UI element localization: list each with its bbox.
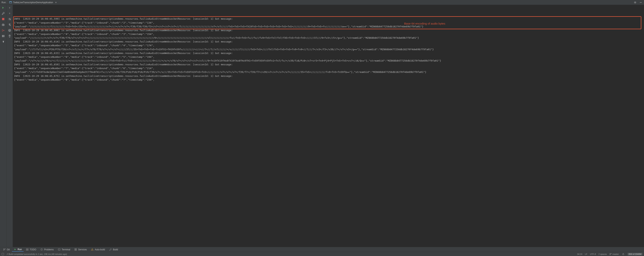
console-line: "payload":"//7/fv7//v3+/P39/P79/f39/v7+/… — [14, 48, 643, 51]
bottom-tab-problems[interactable]: Problems — [38, 248, 56, 252]
bottom-tab-label: Run — [18, 248, 22, 251]
stop-icon[interactable] — [2, 17, 5, 21]
console-line: "payload":"/v7+/v///v79/v/+//7///////+/v… — [14, 59, 643, 63]
arrow-up-icon[interactable] — [8, 6, 11, 10]
run-configuration-tab-title: TwilioLiveTranscriptionDemoApplication — [13, 1, 53, 4]
minimize-icon[interactable] — [639, 1, 642, 4]
svg-rect-24 — [2, 253, 4, 255]
console-line: "payload":"//////////////7/////////fn5+f… — [14, 25, 643, 28]
run-actions-gutter — [0, 5, 6, 247]
checkbox-icon[interactable] — [2, 253, 4, 256]
bottom-tab-git[interactable]: Git — [1, 248, 12, 252]
problems-icon — [40, 248, 43, 251]
git-branch-icon — [3, 248, 6, 251]
caret-position[interactable]: 34:19 — [577, 253, 582, 255]
svg-rect-6 — [3, 24, 4, 24]
print-icon[interactable] — [8, 29, 11, 32]
arrow-down-icon[interactable] — [8, 12, 11, 15]
console-line: {"event":"media","sequenceNumber":"3","m… — [14, 21, 643, 25]
exit-icon[interactable] — [2, 29, 5, 32]
scroll-to-end-icon[interactable] — [8, 23, 11, 26]
svg-point-27 — [610, 254, 610, 255]
build-icon — [109, 248, 112, 251]
camera-icon[interactable] — [2, 23, 5, 26]
auto-build-icon — [91, 248, 94, 251]
trash-icon[interactable] — [8, 34, 11, 38]
svg-rect-20 — [75, 249, 76, 250]
console-line: "payload":"//////////+/v7+/v7+/f39/f79/v… — [14, 36, 643, 40]
bottom-tab-label: Git — [7, 248, 10, 251]
console-line: {"event":"media","sequenceNumber":"7","m… — [14, 66, 643, 70]
bottom-tab-build[interactable]: Build — [107, 248, 120, 252]
console-line: INFO [2023-10-29 16:08:45,606] io.sethma… — [14, 28, 643, 32]
git-branch-widget[interactable]: master — [610, 253, 619, 255]
wrench-icon[interactable] — [2, 12, 5, 15]
console-line: {"event":"media","sequenceNumber":"5","m… — [14, 44, 643, 48]
bottom-tab-terminal[interactable]: Terminal — [56, 248, 72, 252]
svg-rect-11 — [9, 29, 10, 30]
console-line: INFO [2023-10-29 16:08:45,633] io.sethma… — [14, 51, 643, 55]
svg-rect-9 — [2, 36, 3, 37]
svg-rect-23 — [76, 250, 77, 250]
svg-point-16 — [4, 250, 4, 250]
line-separator[interactable]: LF — [585, 253, 587, 255]
run-tool-window-body: INFO [2023-10-29 16:08:45,599] io.sethma… — [0, 5, 644, 247]
console-line: INFO [2023-10-29 16:08:45,599] io.sethma… — [14, 17, 643, 21]
build-status-message: // Build completed successfully in 1 sec… — [7, 253, 67, 255]
services-icon — [74, 248, 77, 251]
svg-rect-7 — [2, 35, 3, 36]
run-tool-window-header: Run: TwilioLiveTranscriptionDemoApplicat… — [0, 0, 644, 5]
tool-window-right-actions — [634, 1, 642, 4]
indent-setting[interactable]: 2 spaces — [598, 253, 607, 255]
svg-point-5 — [3, 24, 4, 25]
bottom-tab-label: Services — [78, 248, 87, 251]
terminal-icon — [58, 248, 60, 251]
close-tab-icon[interactable]: × — [54, 1, 58, 4]
git-branch-icon — [610, 253, 612, 255]
git-branch-name: master — [612, 253, 619, 255]
svg-rect-19 — [58, 249, 60, 250]
bottom-tab-label: TODO — [30, 248, 36, 251]
svg-rect-3 — [640, 2, 642, 3]
bottom-tab-todo[interactable]: TODO — [24, 248, 38, 252]
console-line: {"event":"media","sequenceNumber":"4","m… — [14, 32, 643, 36]
rerun-icon[interactable] — [2, 6, 5, 10]
svg-rect-8 — [4, 35, 4, 36]
play-icon — [14, 248, 16, 251]
console-line: "payload":"/v7/fn59fXx8e3p6enl5eXl4eHh4e… — [14, 70, 643, 74]
console-output[interactable]: INFO [2023-10-29 16:08:45,599] io.sethma… — [13, 5, 644, 247]
file-encoding[interactable]: UTF-8 — [590, 253, 596, 255]
bottom-tab-label: Terminal — [62, 248, 70, 251]
tool-window-bottom-tabs: GitRunTODOProblemsTerminalServicesAuto-b… — [0, 247, 644, 252]
bottom-tab-run[interactable]: Run — [12, 248, 24, 252]
bottom-tab-auto-build[interactable]: Auto-build — [89, 248, 107, 252]
svg-rect-22 — [75, 250, 76, 250]
svg-point-2 — [635, 2, 636, 3]
layout-icon[interactable] — [2, 34, 5, 38]
svg-point-26 — [611, 253, 612, 254]
pin-icon[interactable] — [1, 39, 6, 44]
soft-wrap-icon[interactable] — [8, 17, 11, 21]
gear-icon[interactable] — [634, 1, 637, 4]
console-line: INFO [2023-10-29 16:08:45,614] io.sethma… — [14, 40, 643, 44]
console-line: INFO [2023-10-29 16:08:45,650] io.sethma… — [14, 63, 643, 66]
svg-rect-10 — [4, 36, 4, 37]
svg-rect-21 — [76, 249, 77, 250]
svg-point-25 — [610, 253, 610, 254]
lock-icon[interactable] — [622, 252, 625, 256]
svg-point-15 — [5, 249, 5, 249]
bottom-tab-services[interactable]: Services — [72, 248, 89, 252]
console-actions-gutter — [6, 5, 13, 247]
application-icon — [9, 1, 12, 4]
memory-indicator[interactable]: 858 of 2048M — [628, 253, 642, 256]
svg-rect-1 — [10, 2, 12, 2]
todo-icon — [26, 248, 28, 251]
svg-point-14 — [4, 249, 4, 249]
run-configuration-tab[interactable]: TwilioLiveTranscriptionDemoApplication × — [8, 0, 59, 5]
bottom-tab-label: Build — [113, 248, 118, 251]
console-line: INFO [2023-10-29 16:08:45,675] io.sethma… — [14, 74, 643, 78]
console-line: {"event":"media","sequenceNumber":"8","m… — [14, 78, 643, 82]
svg-rect-28 — [622, 254, 624, 255]
status-bar: // Build completed successfully in 1 sec… — [0, 252, 644, 256]
svg-rect-4 — [2, 24, 4, 26]
